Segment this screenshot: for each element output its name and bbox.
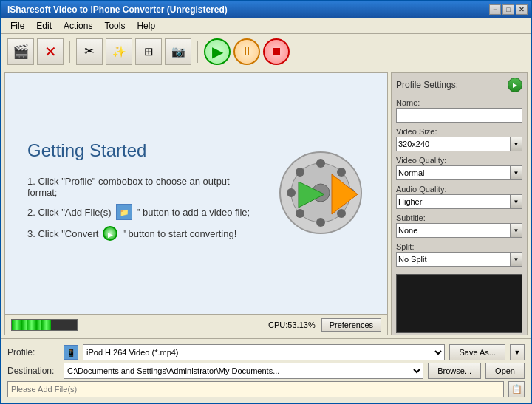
video-size-label: Video Size: [396, 127, 522, 136]
destination-select[interactable]: C:\Documents and Settings\Administrator\… [64, 363, 423, 379]
video-quality-arrow[interactable]: ▼ [511, 165, 522, 180]
name-label: Name: [396, 98, 522, 107]
profile-label: Profile: [7, 347, 59, 357]
panel-header: Profile Settings: ▶ [396, 78, 522, 92]
save-as-arrow[interactable]: ▼ [510, 344, 525, 360]
getting-started-panel: Getting Started 1. Click "Profile" combo… [5, 73, 387, 314]
split-select[interactable]: No Split [396, 252, 511, 267]
audio-quality-select-wrapper: Higher High Normal Low ▼ [396, 194, 522, 209]
destination-label: Destination: [7, 366, 59, 376]
crop-button[interactable]: ⊞ [135, 38, 162, 65]
right-panel: Profile Settings: ▶ Name: Video Size: 32… [391, 72, 528, 335]
status-icon: 📋 [511, 384, 522, 394]
panel-play-button[interactable]: ▶ [508, 78, 522, 92]
add-files-icon: 📁 [116, 204, 132, 220]
step-1: 1. Click "Profile" combobox to choose an… [27, 176, 254, 198]
audio-quality-label: Audio Quality: [396, 185, 522, 194]
toolbar-sep-1 [69, 41, 70, 63]
minimize-button[interactable]: − [489, 4, 501, 15]
step-3: 3. Click "Convert ▶ " button to start co… [27, 226, 254, 241]
subtitle-label: Subtitle: [396, 213, 522, 222]
audio-quality-select[interactable]: Higher High Normal Low [396, 194, 511, 209]
panel-title: Profile Settings: [396, 80, 458, 90]
preferences-button[interactable]: Preferences [321, 318, 381, 332]
split-field-row: Split: No Split ▼ [396, 242, 522, 267]
name-input[interactable] [396, 108, 522, 123]
window-title: iSharesoft Video to iPhone Converter (Un… [7, 4, 228, 15]
menu-bar: File Edit Actions Tools Help [1, 18, 531, 34]
video-quality-field-row: Video Quality: Normal High Low ▼ [396, 156, 522, 180]
menu-actions[interactable]: Actions [58, 19, 98, 32]
audio-quality-field-row: Audio Quality: Higher High Normal Low ▼ [396, 185, 522, 209]
menu-tools[interactable]: Tools [98, 19, 131, 32]
film-reel-graphic [276, 148, 365, 239]
destination-row: Destination: C:\Documents and Settings\A… [7, 363, 525, 379]
profile-ipod-icon: 📱 [64, 345, 78, 360]
name-field-row: Name: [396, 98, 522, 123]
menu-file[interactable]: File [4, 19, 30, 32]
svg-point-3 [316, 159, 325, 168]
menu-help[interactable]: Help [131, 19, 161, 32]
toolbar-sep-2 [197, 41, 198, 63]
toolbar: 🎬 ✕ ✂ ✨ ⊞ 📷 ▶ ⏸ ⏹ [1, 34, 531, 69]
snapshot-button[interactable]: 📷 [165, 38, 191, 65]
subtitle-select[interactable]: None [396, 223, 511, 238]
getting-started-text: Getting Started 1. Click "Profile" combo… [27, 140, 254, 247]
convert-icon: ▶ [103, 226, 117, 241]
progress-fill [12, 320, 51, 330]
video-quality-label: Video Quality: [396, 156, 522, 165]
main-area: Getting Started 1. Click "Profile" combo… [1, 69, 531, 338]
video-quality-select-wrapper: Normal High Low ▼ [396, 165, 522, 180]
maximize-button[interactable]: □ [502, 4, 514, 15]
window-controls: − □ ✕ [489, 4, 528, 15]
getting-started-title: Getting Started [27, 140, 254, 161]
subtitle-field-row: Subtitle: None ▼ [396, 213, 522, 238]
play-button[interactable]: ▶ [204, 38, 231, 65]
video-size-field-row: Video Size: 320x240 640x480 176x144 480x… [396, 127, 522, 151]
svg-point-7 [296, 168, 304, 177]
video-size-select[interactable]: 320x240 640x480 176x144 480x320 [396, 137, 511, 151]
subtitle-arrow[interactable]: ▼ [511, 223, 522, 238]
main-window: iSharesoft Video to iPhone Converter (Un… [0, 0, 532, 404]
split-select-wrapper: No Split ▼ [396, 252, 522, 267]
browse-button[interactable]: Browse... [428, 363, 481, 379]
title-bar: iSharesoft Video to iPhone Converter (Un… [1, 1, 531, 18]
video-preview [396, 274, 522, 333]
video-size-arrow[interactable]: ▼ [511, 137, 522, 151]
svg-point-8 [337, 209, 346, 218]
status-icon-button[interactable]: 📋 [508, 381, 525, 397]
open-button[interactable]: Open [485, 363, 525, 379]
svg-point-9 [337, 168, 346, 177]
profile-select[interactable]: iPod H.264 Video (*.mp4) [83, 344, 445, 360]
remove-button[interactable]: ✕ [37, 38, 64, 65]
svg-point-4 [316, 218, 325, 227]
video-size-select-wrapper: 320x240 640x480 176x144 480x320 ▼ [396, 137, 522, 151]
profile-row: Profile: 📱 iPod H.264 Video (*.mp4) Save… [7, 344, 525, 360]
bottom-controls: Profile: 📱 iPod H.264 Video (*.mp4) Save… [1, 338, 531, 403]
audio-quality-arrow[interactable]: ▼ [511, 194, 522, 209]
cpu-display: CPU:53.13% [83, 321, 316, 329]
add-video-button[interactable]: 🎬 [7, 38, 34, 65]
progress-bar [11, 319, 78, 331]
status-bar: CPU:53.13% Preferences [5, 314, 387, 335]
menu-edit[interactable]: Edit [30, 19, 58, 32]
cut-button[interactable]: ✂ [76, 38, 103, 65]
svg-point-10 [296, 209, 304, 218]
stop-button[interactable]: ⏹ [263, 38, 290, 65]
pause-button[interactable]: ⏸ [233, 38, 260, 65]
save-as-button[interactable]: Save As... [449, 344, 505, 360]
video-quality-select[interactable]: Normal High Low [396, 165, 511, 180]
close-button[interactable]: ✕ [516, 4, 528, 15]
effect-button[interactable]: ✨ [106, 38, 132, 65]
status-input[interactable] [7, 381, 504, 397]
svg-point-5 [287, 188, 296, 197]
status-row: 📋 [7, 381, 525, 397]
step-2: 2. Click "Add File(s) 📁 " button to add … [27, 204, 254, 220]
split-arrow[interactable]: ▼ [511, 252, 522, 267]
subtitle-select-wrapper: None ▼ [396, 223, 522, 238]
split-label: Split: [396, 242, 522, 251]
